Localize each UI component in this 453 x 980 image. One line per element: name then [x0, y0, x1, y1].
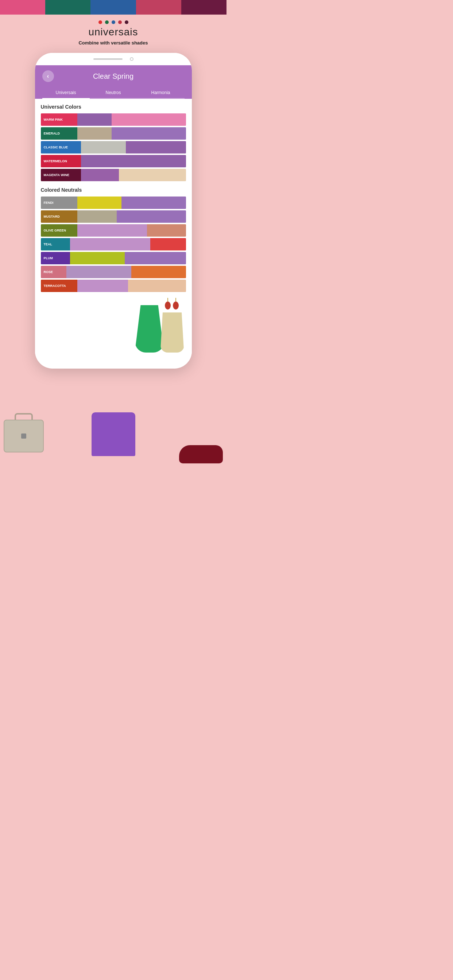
universal-color-rows: WARM PINK EMERALD CLASSIC BLUE — [41, 113, 186, 181]
strip-seg-3 — [91, 0, 136, 14]
phone-camera — [130, 57, 134, 61]
top-color-strip — [0, 0, 226, 14]
seg-emerald-2 — [77, 127, 112, 140]
color-label-magenta-wine: MAGENTA WINE — [41, 169, 81, 181]
dot-3 — [112, 21, 115, 24]
color-label-mustard: MUSTARD — [41, 210, 77, 223]
purple-blouse — [91, 412, 135, 456]
app-header: ‹ Clear Spring Universais Neutros Harmon… — [35, 65, 192, 99]
seg-watermelon-2 — [81, 155, 186, 167]
dot-1 — [99, 21, 102, 24]
seg-terracotta-2 — [77, 280, 128, 292]
color-label-terracotta: TERRACOTTA — [41, 280, 77, 292]
color-label-plum: PLUM — [41, 252, 70, 264]
dot-5 — [125, 21, 128, 24]
color-row-magenta-wine[interactable]: MAGENTA WINE — [41, 169, 186, 181]
seg-olive-2 — [77, 224, 147, 237]
section-title-neutrals: Colored Neutrals — [41, 187, 186, 193]
seg-fendi-3 — [121, 197, 186, 209]
app-header-top: ‹ Clear Spring — [42, 70, 185, 82]
color-label-teal: TEAL — [41, 238, 70, 250]
seg-magenta-wine-2 — [81, 169, 119, 181]
color-row-emerald[interactable]: EMERALD — [41, 127, 186, 140]
seg-teal-2 — [70, 238, 150, 250]
fashion-items-area — [41, 298, 186, 356]
seg-warm-pink-3 — [112, 113, 186, 126]
color-row-teal[interactable]: TEAL — [41, 238, 186, 250]
tab-harmonia[interactable]: Harmonia — [137, 87, 185, 98]
dot-4 — [118, 21, 122, 24]
phone-top-bar — [35, 53, 192, 65]
logo-dots — [99, 21, 128, 24]
strip-seg-4 — [136, 0, 181, 14]
seg-mustard-3 — [117, 210, 186, 223]
green-skirt — [135, 305, 164, 353]
seg-olive-3 — [147, 224, 186, 237]
color-row-watermelon[interactable]: WATERMELON — [41, 155, 186, 167]
handbag — [4, 413, 44, 452]
color-row-plum[interactable]: PLUM — [41, 252, 186, 264]
color-label-watermelon: WATERMELON — [41, 155, 81, 167]
color-row-terracotta[interactable]: TERRACOTTA — [41, 280, 186, 292]
logo-area: universais Combine with versatile shades — [0, 14, 226, 53]
seg-magenta-wine-3 — [119, 169, 186, 181]
red-shoes — [179, 445, 223, 463]
color-row-warm-pink[interactable]: WARM PINK — [41, 113, 186, 126]
section-title-universal: Universal Colors — [41, 104, 186, 110]
phone-mockup: ‹ Clear Spring Universais Neutros Harmon… — [35, 53, 192, 369]
app-body: Universal Colors WARM PINK EMERALD CLASS… — [35, 99, 192, 361]
seg-fendi-2 — [77, 197, 122, 209]
tab-neutros[interactable]: Neutros — [90, 87, 137, 98]
tab-universais[interactable]: Universais — [42, 87, 90, 98]
color-label-olive-green: OLIVE GREEN — [41, 224, 77, 237]
seg-classic-blue-3 — [126, 141, 186, 153]
color-row-rose[interactable]: ROSE — [41, 266, 186, 278]
color-label-warm-pink: WARM PINK — [41, 113, 77, 126]
strip-seg-2 — [45, 0, 91, 14]
seg-emerald-3 — [112, 127, 186, 140]
color-label-rose: ROSE — [41, 266, 66, 278]
app-tagline: Combine with versatile shades — [78, 40, 148, 46]
bottom-fashion-area — [0, 361, 226, 463]
seg-rose-2 — [66, 266, 132, 278]
earring-left — [165, 298, 171, 310]
seg-warm-pink-2 — [77, 113, 112, 126]
seg-teal-3 — [150, 238, 186, 250]
color-label-fendi: FENDI — [41, 197, 77, 209]
seg-rose-3 — [131, 266, 186, 278]
color-label-emerald: EMERALD — [41, 127, 77, 140]
neutral-color-rows: FENDI MUSTARD OLIVE GREEN — [41, 197, 186, 292]
app-tabs: Universais Neutros Harmonia — [42, 87, 185, 99]
phone-container: ‹ Clear Spring Universais Neutros Harmon… — [0, 53, 226, 369]
earrings — [165, 298, 179, 310]
color-row-mustard[interactable]: MUSTARD — [41, 210, 186, 223]
color-label-classic-blue: CLASSIC BLUE — [41, 141, 81, 153]
app-screen-title: Clear Spring — [54, 72, 173, 81]
seg-mustard-2 — [77, 210, 117, 223]
strip-seg-1 — [0, 0, 45, 14]
seg-plum-2 — [70, 252, 125, 264]
back-button[interactable]: ‹ — [42, 70, 54, 82]
color-row-classic-blue[interactable]: CLASSIC BLUE — [41, 141, 186, 153]
color-row-fendi[interactable]: FENDI — [41, 197, 186, 209]
phone-notch — [93, 58, 123, 60]
seg-plum-3 — [125, 252, 186, 264]
color-row-olive-green[interactable]: OLIVE GREEN — [41, 224, 186, 237]
strip-seg-5 — [181, 0, 226, 14]
seg-terracotta-3 — [128, 280, 186, 292]
app-logo-name: universais — [88, 26, 138, 38]
earring-right — [173, 298, 179, 310]
cream-skirt — [161, 312, 184, 353]
dot-2 — [105, 21, 109, 24]
seg-classic-blue-2 — [81, 141, 126, 153]
